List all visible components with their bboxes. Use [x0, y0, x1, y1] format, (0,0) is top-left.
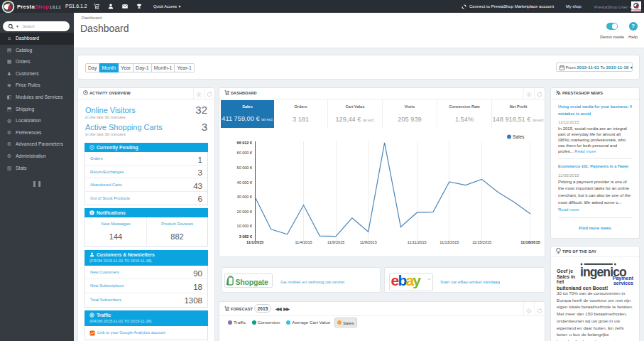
svg-text:11/15/2015: 11/15/2015 [472, 240, 491, 244]
svg-text:11/4/2015: 11/4/2015 [295, 240, 312, 244]
svg-text:66 912 €: 66 912 € [237, 141, 252, 145]
svg-text:services: services [613, 281, 633, 286]
svg-text:11/11/2015: 11/11/2015 [408, 240, 427, 244]
svg-text:Sales: Sales [513, 134, 525, 139]
svg-text:20 000 €: 20 000 € [237, 210, 252, 214]
svg-text:11/8/2015: 11/8/2015 [360, 240, 377, 244]
svg-text:11/18/2015: 11/18/2015 [520, 240, 540, 244]
svg-text:30 000 €: 30 000 € [237, 195, 252, 199]
svg-text:11/6/2015: 11/6/2015 [327, 240, 344, 244]
svg-text:PrestaShop: PrestaShop [631, 9, 641, 11]
svg-text:50 000 €: 50 000 € [237, 166, 252, 170]
svg-text:11/13/2015: 11/13/2015 [440, 240, 459, 244]
svg-text:60 000 €: 60 000 € [237, 151, 252, 155]
svg-text:10 000 €: 10 000 € [237, 224, 252, 228]
svg-text:3 082 €: 3 082 € [239, 234, 252, 239]
svg-text:40 000 €: 40 000 € [237, 180, 252, 185]
